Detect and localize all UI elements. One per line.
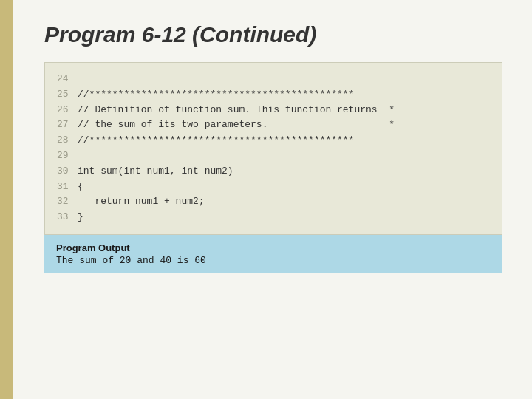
- line-number: 26: [57, 103, 78, 118]
- output-block: Program Output The sum of 20 and 40 is 6…: [44, 235, 502, 273]
- table-row: 27// the sum of its two parameters. *: [57, 117, 490, 133]
- line-number: 27: [57, 117, 78, 133]
- line-number: 31: [57, 180, 78, 195]
- line-number: 33: [57, 210, 78, 225]
- output-label: Program Output: [56, 242, 491, 253]
- table-row: 31{: [57, 180, 490, 195]
- line-content: // Definition of function sum. This func…: [78, 103, 395, 118]
- table-row: 32 return num1 + num2;: [57, 194, 490, 210]
- table-row: 24: [57, 72, 490, 87]
- line-content: //**************************************…: [78, 87, 354, 103]
- line-content: //**************************************…: [78, 133, 354, 149]
- line-content: int sum(int num1, int num2): [78, 164, 233, 180]
- line-number: 30: [57, 164, 78, 180]
- line-number: 28: [57, 133, 78, 149]
- output-text: The sum of 20 and 40 is 60: [56, 255, 491, 266]
- line-number: 24: [57, 72, 78, 87]
- table-row: 28//************************************…: [57, 133, 490, 149]
- code-block: 2425//**********************************…: [44, 62, 502, 235]
- slide-title: Program 6-12 (Continued): [44, 22, 502, 47]
- line-number: 32: [57, 194, 78, 210]
- line-content: // the sum of its two parameters. *: [78, 117, 395, 133]
- table-row: 26// Definition of function sum. This fu…: [57, 103, 490, 118]
- table-row: 30int sum(int num1, int num2): [57, 164, 490, 180]
- line-content: {: [78, 180, 83, 195]
- table-row: 29: [57, 149, 490, 164]
- left-accent-bar: [0, 0, 13, 399]
- line-number: 25: [57, 87, 78, 103]
- line-number: 29: [57, 149, 78, 164]
- line-content: return num1 + num2;: [78, 194, 205, 210]
- table-row: 25//************************************…: [57, 87, 490, 103]
- slide: Program 6-12 (Continued) 2425//*********…: [0, 0, 532, 399]
- line-content: }: [78, 210, 83, 225]
- table-row: 33}: [57, 210, 490, 225]
